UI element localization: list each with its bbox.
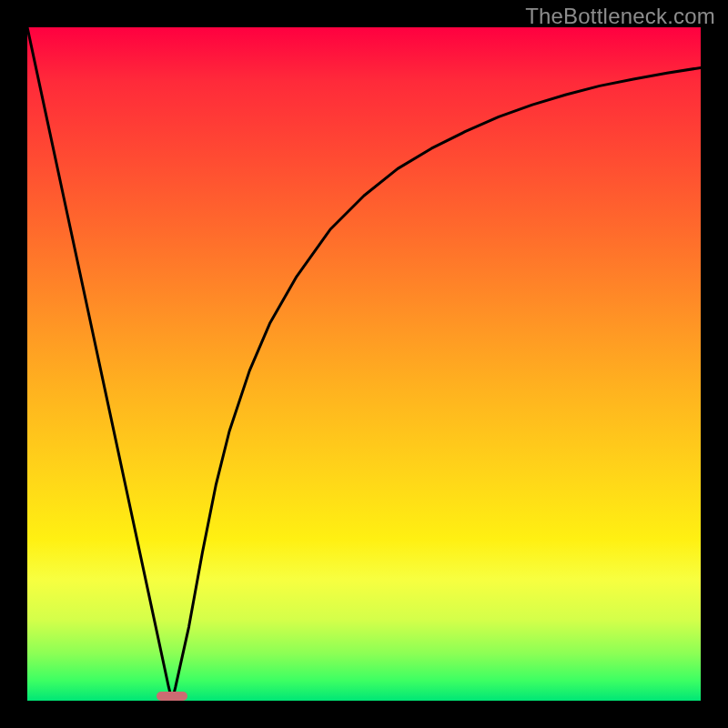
plot-area [27,27,701,701]
bottleneck-curve [27,27,701,701]
chart-container: TheBottleneck.com [0,0,728,728]
minimum-marker [157,692,187,701]
watermark-text: TheBottleneck.com [525,4,715,29]
